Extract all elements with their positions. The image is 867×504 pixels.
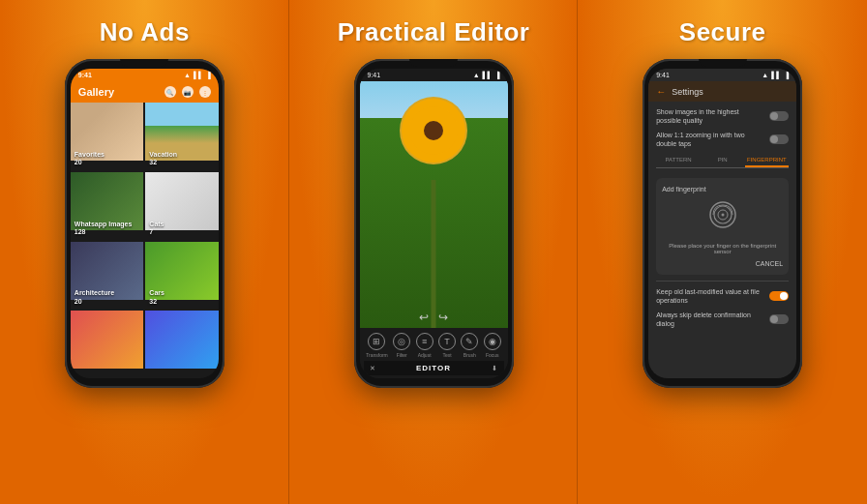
- undo-icon[interactable]: ↩: [419, 311, 429, 324]
- text-label: Text: [442, 352, 451, 358]
- settings-row-modified: Keep old last-modified value at file ope…: [656, 287, 789, 305]
- settings-toolbar: ← Settings: [648, 81, 796, 102]
- editor-bottom-bar: ✕ EDITOR ⬇: [364, 361, 504, 375]
- editor-tools-row: ⊞ Transform ◎ Filter ≡ Adjust T Text: [364, 333, 504, 358]
- gallery-cell-art1[interactable]: [71, 311, 144, 378]
- cell-label: Cars 32: [149, 289, 164, 306]
- settings-zoom-toggle[interactable]: [769, 134, 789, 144]
- filter-icon: ◎: [393, 333, 410, 350]
- settings-delete-toggle[interactable]: [769, 314, 789, 324]
- editor-title: Practical Editor: [338, 17, 530, 47]
- settings-zoom-text: Allow 1:1 zooming in with two double tap…: [656, 131, 762, 148]
- phone-notch-2: [409, 59, 458, 67]
- settings-modified-text: Keep old last-modified value at file ope…: [656, 287, 762, 305]
- camera-icon[interactable]: 📷: [182, 86, 194, 98]
- editor-phone: 9:41 ▲ ▌▌ ▐: [354, 59, 514, 388]
- brush-icon: ✎: [461, 333, 478, 350]
- fingerprint-icon: [708, 200, 737, 235]
- phone-notch: [120, 59, 168, 67]
- editor-wifi-icon: ▲: [473, 72, 480, 78]
- settings-row-quality: Show images in the highest possible qual…: [656, 107, 789, 125]
- settings-wifi-icon: ▲: [762, 72, 768, 78]
- settings-row-delete: Always skip delete confirmation dialog: [656, 311, 789, 328]
- editor-save-button[interactable]: ⬇: [492, 365, 497, 372]
- more-icon[interactable]: ⋮: [199, 86, 211, 98]
- fingerprint-tabs: PATTERN PIN FINGERPRINT: [656, 154, 789, 168]
- settings-divider: [656, 281, 789, 282]
- tab-pin[interactable]: PIN: [701, 154, 745, 167]
- settings-quality-text: Show images in the highest possible qual…: [656, 107, 762, 125]
- svg-point-3: [721, 214, 724, 217]
- no-ads-title: No Ads: [100, 17, 190, 47]
- focus-tool[interactable]: ◉ Focus: [484, 333, 501, 358]
- sunflower-image: [360, 81, 508, 328]
- editor-image-area: ↩ ↪: [360, 81, 508, 328]
- settings-bottom: Keep old last-modified value at file ope…: [656, 287, 789, 327]
- gallery-grid: Favorites 20 Vacation 32 Whatsapp Images: [71, 103, 219, 378]
- settings-quality-toggle[interactable]: [769, 111, 789, 121]
- text-icon: T: [438, 333, 456, 350]
- transform-label: Transform: [366, 352, 388, 358]
- transform-icon: ⊞: [368, 333, 385, 350]
- wifi-icon: ▲: [184, 72, 191, 78]
- settings-modified-toggle[interactable]: [769, 291, 789, 301]
- settings-back-button[interactable]: ←: [656, 86, 666, 97]
- filter-tool[interactable]: ◎ Filter: [393, 333, 410, 358]
- transform-tool[interactable]: ⊞ Transform: [366, 333, 388, 358]
- no-ads-panel: No Ads 9:41 ▲ ▌▌ ▐ Gallery 🔍 📷 ⋮: [0, 0, 289, 504]
- settings-delete-text: Always skip delete confirmation dialog: [656, 311, 762, 328]
- brush-tool[interactable]: ✎ Brush: [461, 333, 478, 358]
- editor-label: EDITOR: [416, 364, 451, 372]
- focus-label: Focus: [486, 352, 499, 358]
- settings-body: Show images in the highest possible qual…: [648, 102, 796, 378]
- settings-battery-icon: ▐: [784, 72, 789, 78]
- filter-label: Filter: [397, 352, 407, 358]
- adjust-label: Adjust: [418, 352, 432, 358]
- signal-icon: ▌▌: [194, 72, 203, 78]
- editor-time: 9:41: [368, 72, 381, 78]
- gallery-cell-favorites[interactable]: Favorites 20: [71, 103, 144, 170]
- status-time: 9:41: [78, 72, 92, 78]
- fp-cancel-button[interactable]: CANCEL: [756, 260, 783, 267]
- secure-title: Secure: [679, 17, 766, 47]
- redo-icon[interactable]: ↪: [438, 311, 448, 324]
- cell-label: Architecture 20: [75, 289, 114, 306]
- settings-phone: 9:41 ▲ ▌▌ ▐ ← Settings Show images in th…: [643, 59, 802, 388]
- gallery-cell-vacation[interactable]: Vacation 32: [145, 103, 219, 170]
- editor-close-button[interactable]: ✕: [370, 365, 375, 372]
- gallery-toolbar-icons: 🔍 📷 ⋮: [164, 86, 211, 98]
- settings-row-zoom: Allow 1:1 zooming in with two double tap…: [656, 131, 789, 148]
- gallery-cell-cars[interactable]: Cars 32: [145, 242, 219, 310]
- gallery-phone: 9:41 ▲ ▌▌ ▐ Gallery 🔍 📷 ⋮: [65, 59, 224, 388]
- adjust-tool[interactable]: ≡ Adjust: [416, 333, 434, 358]
- editor-signal-icon: ▌▌: [483, 72, 493, 78]
- focus-icon: ◉: [484, 333, 501, 350]
- tab-fingerprint[interactable]: FINGERPRINT: [745, 154, 790, 167]
- settings-screen: 9:41 ▲ ▌▌ ▐ ← Settings Show images in th…: [648, 69, 796, 378]
- battery-icon: ▐: [206, 72, 211, 78]
- gallery-cell-whatsapp[interactable]: Whatsapp Images 128: [71, 172, 144, 240]
- adjust-icon: ≡: [416, 333, 434, 350]
- gallery-screen: 9:41 ▲ ▌▌ ▐ Gallery 🔍 📷 ⋮: [71, 69, 219, 378]
- fingerprint-section: Add fingerprint Please place your finger…: [656, 178, 789, 275]
- editor-statusbar: 9:41 ▲ ▌▌ ▐: [360, 69, 508, 81]
- editor-controls: ⊞ Transform ◎ Filter ≡ Adjust T Text: [360, 328, 508, 378]
- editor-battery-icon: ▐: [495, 72, 500, 78]
- secure-panel: Secure 9:41 ▲ ▌▌ ▐ ← Settings Show imag: [578, 0, 867, 504]
- gallery-cell-art2[interactable]: [145, 311, 219, 378]
- gallery-cell-cats[interactable]: Cats 7: [145, 172, 219, 240]
- settings-toolbar-title: Settings: [672, 87, 703, 97]
- gallery-statusbar: 9:41 ▲ ▌▌ ▐: [71, 69, 219, 81]
- cell-label: Whatsapp Images 128: [75, 221, 133, 237]
- search-icon[interactable]: 🔍: [164, 86, 176, 98]
- cell-label: Cats 7: [149, 221, 164, 237]
- text-tool[interactable]: T Text: [438, 333, 456, 358]
- editor-screen: 9:41 ▲ ▌▌ ▐: [360, 69, 508, 378]
- fp-add-label: Add fingerprint: [662, 186, 706, 193]
- gallery-toolbar: Gallery 🔍 📷 ⋮: [71, 81, 219, 103]
- phone-notch-3: [699, 59, 747, 67]
- tab-pattern[interactable]: PATTERN: [656, 154, 701, 167]
- settings-signal-icon: ▌▌: [771, 72, 781, 78]
- settings-statusbar: 9:41 ▲ ▌▌ ▐: [648, 69, 796, 81]
- gallery-cell-arch[interactable]: Architecture 20: [71, 242, 144, 310]
